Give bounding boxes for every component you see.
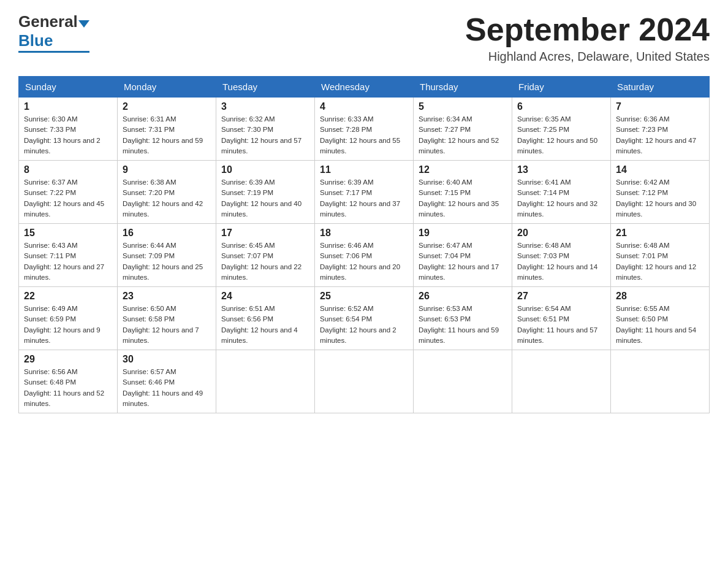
calendar-cell: 19Sunrise: 6:47 AMSunset: 7:04 PMDayligh… bbox=[414, 224, 512, 287]
calendar-cell: 25Sunrise: 6:52 AMSunset: 6:54 PMDayligh… bbox=[315, 287, 414, 350]
day-number: 28 bbox=[616, 291, 704, 302]
day-number: 8 bbox=[24, 164, 112, 175]
page-header: General Blue September 2024 Highland Acr… bbox=[18, 12, 710, 64]
day-info: Sunrise: 6:39 AMSunset: 7:19 PMDaylight:… bbox=[221, 177, 309, 220]
day-info: Sunrise: 6:36 AMSunset: 7:23 PMDaylight:… bbox=[616, 114, 704, 156]
month-title: September 2024 bbox=[465, 12, 710, 47]
day-number: 24 bbox=[221, 291, 309, 302]
day-info: Sunrise: 6:49 AMSunset: 6:59 PMDaylight:… bbox=[24, 304, 112, 346]
day-info: Sunrise: 6:53 AMSunset: 6:53 PMDaylight:… bbox=[419, 304, 507, 346]
day-info: Sunrise: 6:40 AMSunset: 7:15 PMDaylight:… bbox=[419, 177, 507, 220]
day-info: Sunrise: 6:37 AMSunset: 7:22 PMDaylight:… bbox=[24, 177, 112, 220]
day-number: 13 bbox=[517, 164, 605, 175]
calendar-cell: 9Sunrise: 6:38 AMSunset: 7:20 PMDaylight… bbox=[118, 161, 216, 224]
calendar-header-tuesday: Tuesday bbox=[216, 77, 315, 98]
day-info: Sunrise: 6:55 AMSunset: 6:50 PMDaylight:… bbox=[616, 304, 704, 346]
calendar-cell: 7Sunrise: 6:36 AMSunset: 7:23 PMDaylight… bbox=[611, 98, 710, 161]
calendar-cell: 20Sunrise: 6:48 AMSunset: 7:03 PMDayligh… bbox=[512, 224, 611, 287]
day-number: 5 bbox=[419, 101, 507, 112]
day-info: Sunrise: 6:38 AMSunset: 7:20 PMDaylight:… bbox=[123, 177, 211, 220]
day-number: 12 bbox=[419, 164, 507, 175]
calendar-header-monday: Monday bbox=[118, 77, 216, 98]
day-info: Sunrise: 6:45 AMSunset: 7:07 PMDaylight:… bbox=[221, 240, 309, 283]
logo-general-text: General bbox=[18, 12, 78, 31]
day-info: Sunrise: 6:47 AMSunset: 7:04 PMDaylight:… bbox=[419, 240, 507, 283]
day-number: 25 bbox=[320, 291, 408, 302]
calendar-table: SundayMondayTuesdayWednesdayThursdayFrid… bbox=[18, 76, 710, 413]
calendar-cell: 1Sunrise: 6:30 AMSunset: 7:33 PMDaylight… bbox=[19, 98, 118, 161]
day-number: 19 bbox=[419, 228, 507, 239]
logo-underline bbox=[18, 51, 89, 53]
calendar-cell: 3Sunrise: 6:32 AMSunset: 7:30 PMDaylight… bbox=[216, 98, 315, 161]
day-info: Sunrise: 6:57 AMSunset: 6:46 PMDaylight:… bbox=[123, 367, 211, 409]
day-number: 9 bbox=[123, 164, 211, 175]
day-info: Sunrise: 6:48 AMSunset: 7:01 PMDaylight:… bbox=[616, 240, 704, 283]
day-info: Sunrise: 6:39 AMSunset: 7:17 PMDaylight:… bbox=[320, 177, 408, 220]
calendar-week-row: 8Sunrise: 6:37 AMSunset: 7:22 PMDaylight… bbox=[19, 161, 710, 224]
day-number: 4 bbox=[320, 101, 408, 112]
calendar-cell: 5Sunrise: 6:34 AMSunset: 7:27 PMDaylight… bbox=[414, 98, 512, 161]
day-info: Sunrise: 6:50 AMSunset: 6:58 PMDaylight:… bbox=[123, 304, 211, 346]
calendar-cell: 21Sunrise: 6:48 AMSunset: 7:01 PMDayligh… bbox=[611, 224, 710, 287]
calendar-cell: 10Sunrise: 6:39 AMSunset: 7:19 PMDayligh… bbox=[216, 161, 315, 224]
calendar-cell: 18Sunrise: 6:46 AMSunset: 7:06 PMDayligh… bbox=[315, 224, 414, 287]
calendar-cell: 24Sunrise: 6:51 AMSunset: 6:56 PMDayligh… bbox=[216, 287, 315, 350]
calendar-header-thursday: Thursday bbox=[414, 77, 512, 98]
calendar-cell: 4Sunrise: 6:33 AMSunset: 7:28 PMDaylight… bbox=[315, 98, 414, 161]
day-number: 20 bbox=[517, 228, 605, 239]
day-info: Sunrise: 6:51 AMSunset: 6:56 PMDaylight:… bbox=[221, 304, 309, 346]
calendar-header-sunday: Sunday bbox=[19, 77, 118, 98]
day-info: Sunrise: 6:31 AMSunset: 7:31 PMDaylight:… bbox=[123, 114, 211, 156]
calendar-cell bbox=[414, 350, 512, 413]
day-info: Sunrise: 6:34 AMSunset: 7:27 PMDaylight:… bbox=[419, 114, 507, 156]
calendar-cell: 15Sunrise: 6:43 AMSunset: 7:11 PMDayligh… bbox=[19, 224, 118, 287]
calendar-cell: 28Sunrise: 6:55 AMSunset: 6:50 PMDayligh… bbox=[611, 287, 710, 350]
day-number: 23 bbox=[123, 291, 211, 302]
calendar-header-row: SundayMondayTuesdayWednesdayThursdayFrid… bbox=[19, 77, 710, 98]
day-info: Sunrise: 6:48 AMSunset: 7:03 PMDaylight:… bbox=[517, 240, 605, 283]
day-info: Sunrise: 6:30 AMSunset: 7:33 PMDaylight:… bbox=[24, 114, 112, 156]
day-info: Sunrise: 6:44 AMSunset: 7:09 PMDaylight:… bbox=[123, 240, 211, 283]
day-number: 17 bbox=[221, 228, 309, 239]
logo-blue-text: Blue bbox=[18, 31, 53, 50]
calendar-cell: 6Sunrise: 6:35 AMSunset: 7:25 PMDaylight… bbox=[512, 98, 611, 161]
calendar-cell bbox=[216, 350, 315, 413]
day-number: 30 bbox=[123, 354, 211, 365]
calendar-cell bbox=[611, 350, 710, 413]
day-number: 3 bbox=[221, 101, 309, 112]
day-info: Sunrise: 6:56 AMSunset: 6:48 PMDaylight:… bbox=[24, 367, 112, 409]
calendar-cell: 29Sunrise: 6:56 AMSunset: 6:48 PMDayligh… bbox=[19, 350, 118, 413]
title-section: September 2024 Highland Acres, Delaware,… bbox=[465, 12, 710, 64]
day-info: Sunrise: 6:52 AMSunset: 6:54 PMDaylight:… bbox=[320, 304, 408, 346]
day-info: Sunrise: 6:54 AMSunset: 6:51 PMDaylight:… bbox=[517, 304, 605, 346]
day-number: 29 bbox=[24, 354, 112, 365]
location-label: Highland Acres, Delaware, United States bbox=[465, 50, 710, 64]
calendar-cell: 2Sunrise: 6:31 AMSunset: 7:31 PMDaylight… bbox=[118, 98, 216, 161]
calendar-cell: 27Sunrise: 6:54 AMSunset: 6:51 PMDayligh… bbox=[512, 287, 611, 350]
day-number: 2 bbox=[123, 101, 211, 112]
calendar-cell: 12Sunrise: 6:40 AMSunset: 7:15 PMDayligh… bbox=[414, 161, 512, 224]
day-number: 11 bbox=[320, 164, 408, 175]
day-number: 26 bbox=[419, 291, 507, 302]
day-info: Sunrise: 6:42 AMSunset: 7:12 PMDaylight:… bbox=[616, 177, 704, 220]
day-number: 1 bbox=[24, 101, 112, 112]
calendar-cell: 17Sunrise: 6:45 AMSunset: 7:07 PMDayligh… bbox=[216, 224, 315, 287]
calendar-week-row: 29Sunrise: 6:56 AMSunset: 6:48 PMDayligh… bbox=[19, 350, 710, 413]
logo: General Blue bbox=[18, 12, 89, 53]
day-number: 6 bbox=[517, 101, 605, 112]
logo-arrow-icon bbox=[78, 20, 89, 28]
calendar-cell: 23Sunrise: 6:50 AMSunset: 6:58 PMDayligh… bbox=[118, 287, 216, 350]
day-info: Sunrise: 6:41 AMSunset: 7:14 PMDaylight:… bbox=[517, 177, 605, 220]
calendar-cell: 8Sunrise: 6:37 AMSunset: 7:22 PMDaylight… bbox=[19, 161, 118, 224]
calendar-cell: 22Sunrise: 6:49 AMSunset: 6:59 PMDayligh… bbox=[19, 287, 118, 350]
day-number: 27 bbox=[517, 291, 605, 302]
calendar-week-row: 22Sunrise: 6:49 AMSunset: 6:59 PMDayligh… bbox=[19, 287, 710, 350]
calendar-cell bbox=[512, 350, 611, 413]
calendar-cell bbox=[315, 350, 414, 413]
day-info: Sunrise: 6:35 AMSunset: 7:25 PMDaylight:… bbox=[517, 114, 605, 156]
calendar-week-row: 1Sunrise: 6:30 AMSunset: 7:33 PMDaylight… bbox=[19, 98, 710, 161]
day-number: 7 bbox=[616, 101, 704, 112]
calendar-header-friday: Friday bbox=[512, 77, 611, 98]
day-number: 10 bbox=[221, 164, 309, 175]
calendar-cell: 26Sunrise: 6:53 AMSunset: 6:53 PMDayligh… bbox=[414, 287, 512, 350]
